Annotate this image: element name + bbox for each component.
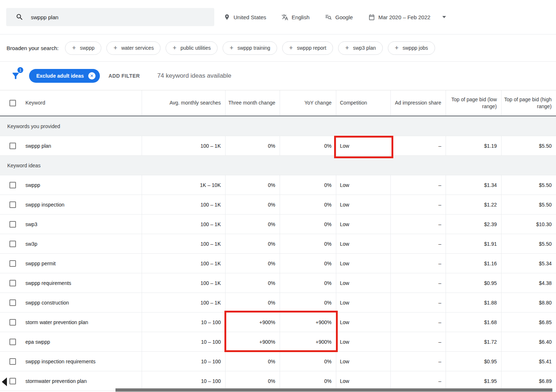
column-header-keyword[interactable]: Keyword [25, 90, 142, 115]
broaden-chip[interactable]: +swppp training [223, 41, 277, 55]
filter-bar: 1 Exclude adult ideas ✕ ADD FILTER 74 ke… [0, 62, 556, 90]
column-header-ad-impression-share[interactable]: Ad impression share [390, 90, 446, 115]
column-header-top-of-page-bid-high[interactable]: Top of page bid (high range) [501, 90, 556, 115]
language-selector[interactable]: English [281, 14, 309, 21]
keyword-cell: swppp plan [25, 136, 142, 155]
row-checkbox[interactable] [9, 221, 16, 228]
cell-competition: Low [336, 234, 390, 253]
row-checkbox[interactable] [9, 299, 16, 306]
cell-bid_low: $1.19 [446, 136, 501, 155]
add-filter-button[interactable]: ADD FILTER [109, 73, 140, 79]
broaden-label: Broaden your search: [7, 45, 58, 51]
section-header-row: Keyword ideas [0, 156, 556, 175]
cell-competition: Low [336, 293, 390, 312]
plus-icon: + [173, 45, 176, 51]
cell-yoy_change: 0% [280, 293, 336, 312]
cell-avg_monthly_searches: 100 – 1K [142, 215, 225, 234]
scroll-left-arrow[interactable] [2, 377, 7, 386]
network-selector[interactable]: Google [325, 13, 353, 21]
row-checkbox[interactable] [9, 378, 16, 384]
keyword-cell: epa swppp [25, 332, 142, 351]
cell-ad_impression_share: – [390, 352, 446, 371]
section-header-row: Keywords you provided [0, 117, 556, 136]
row-checkbox[interactable] [9, 319, 16, 326]
ideas-available-count: 74 keyword ideas available [157, 72, 231, 79]
cell-bid_high: $5.50 [501, 175, 556, 195]
cell-competition: Low [336, 195, 390, 214]
column-header-avg-monthly-searches[interactable]: Avg. monthly searches [142, 90, 225, 115]
column-header-yoy-change[interactable]: YoY change [280, 90, 336, 115]
horizontal-scrollbar[interactable] [115, 388, 552, 392]
search-input[interactable]: swppp plan [6, 8, 214, 26]
filter-count-badge: 1 [17, 67, 23, 73]
cell-three_month_change: 0% [225, 215, 280, 234]
broaden-chip[interactable]: +water services [106, 41, 161, 55]
cell-three_month_change: 0% [225, 293, 280, 312]
cell-three_month_change: +900% [225, 313, 280, 332]
cell-avg_monthly_searches: 1K – 10K [142, 175, 225, 195]
cell-yoy_change: 0% [280, 136, 336, 155]
keyword-cell: swppp permit [25, 254, 142, 273]
cell-bid_high: $4.38 [501, 273, 556, 293]
broaden-chip[interactable]: +swppp jobs [388, 41, 435, 55]
checkbox-cell [0, 215, 25, 234]
cell-avg_monthly_searches: 10 – 100 [142, 352, 225, 371]
cell-avg_monthly_searches: 100 – 1K [142, 195, 225, 214]
cell-three_month_change: 0% [225, 136, 280, 155]
location-label: United States [234, 14, 266, 20]
cell-ad_impression_share: – [390, 371, 446, 391]
cell-ad_impression_share: – [390, 273, 446, 293]
broaden-chip[interactable]: +swppp [65, 41, 101, 55]
column-header-competition[interactable]: Competition [336, 90, 390, 115]
select-all-cell [0, 90, 25, 115]
remove-filter-icon[interactable]: ✕ [88, 72, 96, 79]
table-header: Keyword Avg. monthly searches Three mont… [0, 90, 556, 117]
date-range-selector[interactable]: Mar 2020 – Feb 2022 [368, 14, 446, 21]
keyword-cell: storm water prevention plan [25, 313, 142, 332]
chip-label: swppp jobs [403, 45, 428, 51]
cell-yoy_change: 0% [280, 175, 336, 195]
cell-avg_monthly_searches: 100 – 1K [142, 254, 225, 273]
filter-funnel-button[interactable]: 1 [8, 68, 23, 83]
broaden-chip[interactable]: +swppp report [282, 41, 333, 55]
column-header-top-of-page-bid-low[interactable]: Top of page bid (low range) [446, 90, 501, 115]
translate-icon [281, 14, 288, 21]
row-checkbox[interactable] [9, 201, 16, 208]
cell-avg_monthly_searches: 10 – 100 [142, 371, 225, 391]
cell-three_month_change: 0% [225, 254, 280, 273]
row-checkbox[interactable] [9, 339, 16, 345]
select-all-checkbox[interactable] [9, 100, 16, 106]
cell-bid_high: $6.89 [501, 371, 556, 391]
exclude-adult-ideas-filter[interactable]: Exclude adult ideas ✕ [29, 69, 100, 83]
row-checkbox[interactable] [9, 241, 16, 247]
cell-bid_low: $1.34 [446, 175, 501, 195]
cell-avg_monthly_searches: 100 – 1K [142, 136, 225, 155]
broaden-chip[interactable]: +swp3 plan [338, 41, 383, 55]
row-checkbox[interactable] [9, 260, 16, 267]
row-checkbox[interactable] [9, 358, 16, 365]
chip-label: water services [121, 45, 154, 51]
column-header-three-month-change[interactable]: Three month change [225, 90, 280, 115]
broaden-chip[interactable]: +public utilities [166, 41, 218, 55]
row-checkbox[interactable] [9, 143, 16, 149]
location-selector[interactable]: United States [224, 14, 266, 20]
cell-yoy_change: +900% [280, 332, 336, 351]
targeting-settings: United States English Google Mar 2020 – … [224, 13, 446, 21]
cell-competition: Low [336, 175, 390, 195]
cell-bid_high: $5.34 [501, 254, 556, 273]
cell-ad_impression_share: – [390, 195, 446, 214]
cell-bid_low: $1.95 [446, 371, 501, 391]
plus-icon: + [113, 45, 117, 51]
row-checkbox[interactable] [9, 182, 16, 188]
cell-yoy_change: +900% [280, 313, 336, 332]
checkbox-cell [0, 195, 25, 214]
cell-three_month_change: +900% [225, 332, 280, 351]
row-checkbox[interactable] [9, 280, 16, 286]
cell-bid_high: $6.85 [501, 313, 556, 332]
checkbox-cell [0, 313, 25, 332]
checkbox-cell [0, 136, 25, 155]
keyword-cell: swppp requirements [25, 273, 142, 293]
checkbox-cell [0, 352, 25, 371]
cell-ad_impression_share: – [390, 332, 446, 351]
table-row: swppp permit100 – 1K0%0%Low–$1.16$5.34 [0, 254, 556, 273]
